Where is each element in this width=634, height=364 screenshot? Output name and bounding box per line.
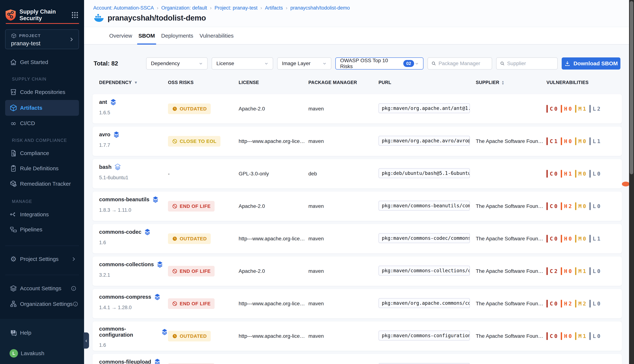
oss-risk-badge: OUTDATED bbox=[168, 233, 211, 244]
sidebar-item-help[interactable]: ? Help bbox=[5, 326, 79, 340]
info-icon bbox=[73, 301, 78, 307]
purl-cell: pkg:maven/org.apache.avro/avro@1… bbox=[378, 136, 476, 147]
purl-chip[interactable]: pkg:maven/commons-codec/commons-… bbox=[378, 233, 470, 243]
sidebar-item-account-settings[interactable]: Account Settings bbox=[5, 280, 79, 296]
docker-whale-icon bbox=[94, 14, 104, 22]
sidebar-item-cicd[interactable]: ∞ CI/CD bbox=[5, 116, 79, 131]
tab-vulnerabilities[interactable]: Vulnerabilities bbox=[196, 27, 237, 44]
purl-chip[interactable]: pkg:maven/commons-collections/co… bbox=[378, 266, 470, 276]
sidebar-item-rule-definitions[interactable]: Rule Definitions bbox=[5, 160, 79, 176]
low-count: L0 bbox=[589, 332, 600, 340]
total-count: Total: 82 bbox=[94, 60, 118, 67]
project-selector[interactable]: PROJECT pranay-test bbox=[5, 29, 79, 49]
chevron-down-icon bbox=[198, 61, 204, 66]
filter-bar: Dependency License Image Layer OWASP OSS… bbox=[146, 58, 620, 70]
purl-cell: pkg:maven/commons-beanutils/comm… bbox=[378, 201, 476, 212]
high-count: H0 bbox=[561, 332, 572, 340]
critical-count: C0 bbox=[546, 202, 557, 210]
table-row[interactable]: commons-collections 3.2.1 bbox=[93, 256, 622, 286]
supplier-input[interactable] bbox=[507, 60, 554, 66]
sidebar-item-artifacts[interactable]: Artifacts bbox=[5, 100, 79, 116]
medium-count: M0 bbox=[575, 138, 586, 145]
purl-chip[interactable]: pkg:maven/org.apache.ant/ant@1.6… bbox=[378, 103, 470, 113]
purl-cell: pkg:maven/org.apache.ant/ant@1.6… bbox=[378, 103, 476, 114]
user-name: Lavakush bbox=[21, 350, 44, 356]
layers-gear-icon bbox=[10, 284, 17, 292]
license-filter-dropdown[interactable]: License bbox=[212, 58, 273, 70]
tab-deployments[interactable]: Deployments bbox=[158, 27, 196, 44]
license-cell: GPL-3.0-only bbox=[239, 171, 308, 177]
sidebar-item-get-started[interactable]: Get Started bbox=[5, 54, 79, 70]
package-manager-cell: maven bbox=[308, 138, 378, 144]
purl-chip[interactable]: pkg:maven/commons-beanutils/comm… bbox=[378, 201, 470, 210]
page-scrollbar[interactable] bbox=[629, 0, 634, 364]
project-cube-icon bbox=[11, 33, 17, 38]
purl-chip[interactable]: pkg:maven/org.apache.avro/avro@1… bbox=[378, 136, 470, 146]
prohibited-icon bbox=[172, 204, 178, 209]
dependency-filter-dropdown[interactable]: Dependency bbox=[146, 58, 208, 70]
app-grid-icon[interactable] bbox=[71, 11, 79, 19]
table-row[interactable]: commons-fileupload END O bbox=[93, 354, 622, 364]
remediation-cube-icon bbox=[10, 180, 17, 188]
table-row[interactable]: commons-codec 1.6 OUTDATE bbox=[93, 224, 622, 253]
user-avatar: L bbox=[10, 349, 18, 358]
purl-chip[interactable]: pkg:maven/org.apache.commons/com… bbox=[378, 298, 470, 308]
sidebar-item-compliance[interactable]: Compliance bbox=[5, 145, 79, 161]
info-icon bbox=[71, 286, 76, 291]
download-sbom-button[interactable]: Download SBOM bbox=[562, 58, 620, 70]
purl-cell: pkg:maven/org.apache.commons/com… bbox=[378, 298, 476, 309]
sidebar-item-remediation-tracker[interactable]: Remediation Tracker bbox=[5, 176, 79, 192]
oss-risks-cell: OUTDATED bbox=[168, 331, 239, 342]
purl-chip[interactable]: pkg:maven/commons-fileupload/com… bbox=[378, 363, 470, 364]
purl-cell: pkg:maven/commons-collections/co… bbox=[378, 266, 476, 277]
column-header-package-manager: PACKAGE MANAGER bbox=[308, 80, 378, 85]
sidebar-item-pipelines[interactable]: Pipelines bbox=[5, 222, 79, 238]
layers-icon bbox=[113, 131, 120, 138]
sidebar-item-project-settings[interactable]: ⚙ Project Settings bbox=[5, 251, 79, 267]
oss-risk-badge: END OF LIFE bbox=[168, 266, 215, 276]
critical-count: C0 bbox=[546, 235, 557, 242]
license-cell: Apache-2.0 bbox=[239, 106, 308, 112]
low-count: L0 bbox=[589, 202, 600, 210]
image-layer-filter-dropdown[interactable]: Image Layer bbox=[277, 58, 331, 70]
sidebar-collapse-handle[interactable]: ‹ bbox=[84, 332, 89, 348]
table-row[interactable]: commons-beanutils 1.8.3 → 1.11.0 bbox=[93, 192, 622, 221]
package-manager-input[interactable] bbox=[438, 60, 488, 66]
critical-count: C0 bbox=[546, 332, 557, 340]
breadcrumb-artifacts[interactable]: Artifacts bbox=[265, 5, 283, 11]
tab-overview[interactable]: Overview bbox=[106, 27, 135, 44]
table-row[interactable]: ant 1.6.5 OUTDATED bbox=[93, 94, 622, 124]
tab-sbom[interactable]: SBOM bbox=[135, 27, 158, 44]
breadcrumb-separator: › bbox=[286, 5, 287, 11]
purl-chip[interactable]: pkg:deb/ubuntu/bash@5.1-6ubuntu1 bbox=[378, 168, 470, 178]
sidebar-section-manage: MANAGE bbox=[12, 199, 32, 204]
high-count: H1 bbox=[561, 170, 572, 178]
table-row[interactable]: avro 1.7.7 CLOSE TO EOL bbox=[93, 126, 622, 156]
column-header-supplier[interactable]: SUPPLIER ▲▼ bbox=[476, 80, 546, 85]
breadcrumb-current[interactable]: pranaycshah/todolist-demo bbox=[290, 5, 350, 11]
supplier-cell: The Apache Software Foun… bbox=[476, 236, 546, 242]
table-row[interactable]: bash 5.1-6ubuntu1 - bbox=[93, 159, 622, 188]
owasp-filter-dropdown[interactable]: OWASP OSS Top 10 Risks 02 bbox=[335, 58, 423, 70]
org-chart-gear-icon bbox=[10, 300, 17, 308]
sidebar-item-organization-settings[interactable]: Organization Settings bbox=[5, 296, 79, 312]
purl-chip[interactable]: pkg:maven/commons-configuration/… bbox=[378, 330, 470, 340]
vulnerabilities-cell: C0 H2 M0 L0 bbox=[546, 202, 622, 210]
dependency-cell: commons-codec 1.6 bbox=[99, 224, 168, 246]
sidebar-item-integrations[interactable]: Integrations bbox=[5, 206, 79, 222]
chevron-down-icon bbox=[322, 61, 327, 66]
breadcrumb-organization[interactable]: Organization: default bbox=[161, 5, 207, 11]
table-row[interactable]: commons-configuration 1.6 bbox=[93, 322, 622, 351]
dependency-version: 1.6 bbox=[99, 342, 168, 348]
table-row[interactable]: commons-compress 1.4.1 → 1.28.0 bbox=[93, 289, 622, 318]
breadcrumb-account[interactable]: Account: Automation-SSCA bbox=[93, 5, 154, 11]
column-header-dependency[interactable]: DEPENDENCY▼ bbox=[99, 80, 168, 85]
oss-risks-cell: OUTDATED bbox=[168, 104, 239, 114]
dependency-cell: bash 5.1-6ubuntu1 bbox=[99, 159, 168, 180]
breadcrumb-project[interactable]: Project: pranay-test bbox=[215, 5, 258, 11]
user-menu[interactable]: L Lavakush bbox=[5, 346, 79, 361]
oss-risk-badge: OUTDATED bbox=[168, 104, 211, 114]
sidebar-item-code-repositories[interactable]: Code Repositories bbox=[5, 84, 79, 100]
project-name: pranay-test bbox=[11, 40, 79, 47]
scrollbar-thumb[interactable] bbox=[630, 1, 633, 174]
